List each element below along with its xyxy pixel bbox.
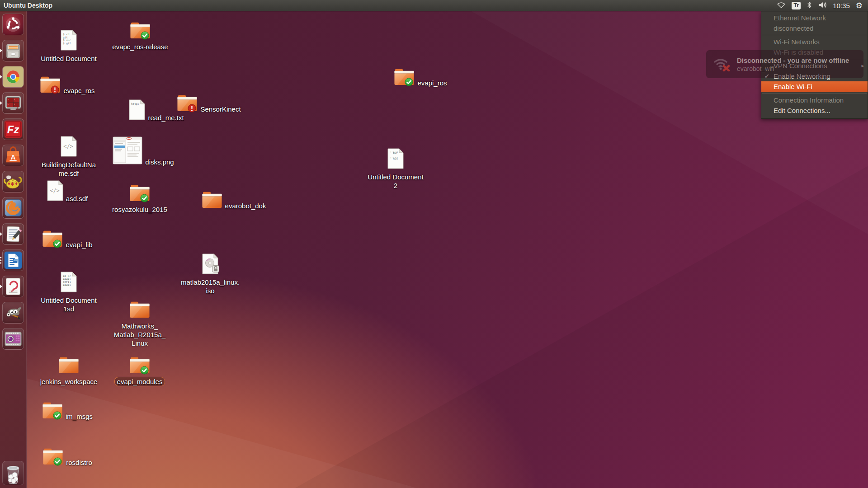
svg-text:A: A xyxy=(10,153,15,161)
launcher-item-files[interactable] xyxy=(2,40,24,61)
launcher-item-terminal[interactable]: >_>_>_>_ xyxy=(2,92,24,114)
filezilla-icon: Fz xyxy=(3,119,24,140)
emblem-lock-icon xyxy=(211,264,220,273)
clock[interactable]: 10:35 xyxy=(833,2,850,9)
svg-text:$ git: $ git xyxy=(63,42,71,45)
desktop-title: Ubuntu Desktop xyxy=(4,2,52,9)
image-file-icon xyxy=(113,136,142,164)
desktop-icon-label: matlab2015a_linux. iso xyxy=(178,277,242,296)
swirl-app-icon xyxy=(3,197,24,218)
software-center-icon: A xyxy=(3,145,24,166)
desktop-icon-evapi-modules[interactable]: evapi_modules xyxy=(104,357,175,386)
chrome-icon xyxy=(3,66,24,87)
folder-icon xyxy=(129,301,150,318)
launcher-item-video-app[interactable] xyxy=(2,328,24,350)
folder-icon xyxy=(177,94,198,112)
launcher-item-software-center[interactable]: A xyxy=(2,145,24,166)
folder-icon xyxy=(42,230,63,247)
trash-icon xyxy=(3,461,24,485)
desktop-icon-untitled-document[interactable]: $ cd git$ suc$ gitUntitled Document xyxy=(33,30,104,63)
emblem-check-icon xyxy=(140,194,149,202)
emblem-check-icon xyxy=(140,366,149,375)
text-file-icon: $ cd git$ suc$ git xyxy=(61,30,77,51)
ubuntu-dash-icon xyxy=(3,14,24,35)
bluetooth-icon[interactable] xyxy=(807,1,812,10)
desktop-icon-evapc-ros[interactable]: evapc_ros xyxy=(33,76,104,95)
desktop-icon-evapi-lib[interactable]: evapi_lib xyxy=(33,230,104,249)
desktop-icon-jenkins-workspace[interactable]: jenkins_workspace xyxy=(33,357,104,386)
launcher-item-genie-lamp[interactable] xyxy=(2,171,24,192)
desktop-icon-rosyazokulu-2015[interactable]: rosyazokulu_2015 xyxy=(104,184,175,214)
launcher-item-ubuntu-dash[interactable] xyxy=(2,14,24,35)
emblem-check-icon xyxy=(53,239,61,248)
code-file-icon: </> xyxy=(47,180,63,201)
libreoffice-writer-icon xyxy=(3,250,24,271)
launcher-item-chrome[interactable] xyxy=(2,66,24,88)
desktop-icon-label: evapi_ros xyxy=(415,78,449,88)
folder-icon xyxy=(130,22,151,39)
desktop-icon-matlab2015a-linux-iso[interactable]: matlab2015a_linux. iso xyxy=(175,253,245,296)
folder-icon xyxy=(58,357,79,374)
unity-launcher[interactable]: >_>_>_>_FzA xyxy=(0,11,27,488)
desktop-icon-evarobot-dok[interactable]: evarobot_dok xyxy=(200,191,270,211)
emblem-check-icon xyxy=(53,457,62,466)
launcher-item-filezilla[interactable]: Fz xyxy=(2,118,24,140)
launcher-item-swirl-app[interactable] xyxy=(2,197,24,219)
desktop-icon-sensorkinect[interactable]: SensorKinect xyxy=(175,94,245,114)
svg-text:Fz: Fz xyxy=(7,123,19,136)
menu-item-label: Wi-Fi Networks xyxy=(774,38,820,46)
desktop-icon-buildingdefaultna-me-sdf[interactable]: </>BuildingDefaultNa me.sdf xyxy=(33,136,104,178)
menu-item-enable-wi-fi[interactable]: Enable Wi-Fi xyxy=(761,81,868,92)
launcher-item-document-viewer[interactable] xyxy=(2,276,24,297)
menu-item-wi-fi-networks: Wi-Fi Networks xyxy=(761,37,868,47)
svg-text:''BDF: ''BDF xyxy=(390,151,398,154)
svg-text:####i: ####i xyxy=(63,283,71,286)
launcher-item-libreoffice-writer[interactable] xyxy=(2,249,24,271)
desktop-icon-im-msgs[interactable]: im_msgs xyxy=(33,402,104,421)
desktop-icon-label: evapc_ros xyxy=(61,86,97,95)
desktop-icon-label: disks.png xyxy=(142,157,176,167)
desktop-icon-asd-sdf[interactable]: </>asd.sdf xyxy=(33,180,104,203)
launcher-item-trash[interactable] xyxy=(2,461,24,485)
menu-item-label: Edit Connections... xyxy=(774,107,830,114)
emblem-warning-icon xyxy=(51,85,59,94)
desktop-icon-disks-png[interactable]: disks.png xyxy=(109,136,180,167)
desktop-icon-mathworks-matlab-r2015a-linux[interactable]: Mathworks_ Matlab_R2015a_ Linux xyxy=(104,301,175,348)
text-file-icon: ''BDF''ROS xyxy=(387,148,404,169)
iso-file-icon xyxy=(202,253,218,274)
desktop-icon-label: im_msgs xyxy=(63,412,95,421)
emblem-check-icon xyxy=(53,411,61,420)
desktop-icon-evapi-ros[interactable]: evapi_ros xyxy=(387,68,457,88)
menu-item-disconnected: disconnected xyxy=(761,23,868,33)
desktop-icon-untitled-document-1sd[interactable]: ## pr####i##FIl####iUntitled Document 1s… xyxy=(33,272,104,314)
toast-subtitle: evarobot_wifi xyxy=(737,65,849,73)
launcher-item-gimp[interactable] xyxy=(2,302,24,324)
desktop-icon-label: read_me.txt xyxy=(145,113,186,122)
desktop-icon-label: rosyazokulu_2015 xyxy=(109,205,170,214)
desktop-icon-evapc-ros-release[interactable]: evapc_ros-release xyxy=(105,22,175,52)
launcher-item-text-editor[interactable] xyxy=(2,223,24,245)
svg-text:</>: </> xyxy=(50,188,60,194)
running-indicator-pips xyxy=(0,257,3,264)
desktop-icon-label: Untitled Document 2 xyxy=(365,172,426,190)
terminal-icon: >_>_>_>_ xyxy=(3,93,24,113)
top-panel: Ubuntu Desktop Tr 10:35 ⚙ xyxy=(0,0,868,11)
desktop-icon-label: Untitled Document 1sd xyxy=(38,296,99,314)
menu-item-label: disconnected xyxy=(774,24,813,32)
gimp-icon xyxy=(3,302,24,323)
session-gear-icon[interactable]: ⚙ xyxy=(856,2,863,9)
desktop-icon-label: Untitled Document xyxy=(38,54,99,63)
folder-icon xyxy=(40,76,61,93)
network-wifi-icon[interactable] xyxy=(777,1,786,10)
folder-icon xyxy=(202,191,222,208)
text-file-icon: ## pr####i##FIl####i xyxy=(61,272,77,292)
desktop-icon-rosdistro[interactable]: rosdistro xyxy=(33,448,104,467)
menu-item-edit-connections[interactable]: Edit Connections... xyxy=(761,105,868,116)
document-viewer-icon xyxy=(3,276,24,297)
video-app-icon xyxy=(3,328,24,349)
desktop-icon-untitled-document-2[interactable]: ''BDF''ROSUntitled Document 2 xyxy=(360,148,431,190)
keyboard-layout-indicator[interactable]: Tr xyxy=(792,2,801,9)
volume-icon[interactable] xyxy=(818,1,827,10)
folder-icon xyxy=(394,68,415,85)
svg-text:''ROS: ''ROS xyxy=(390,157,398,160)
